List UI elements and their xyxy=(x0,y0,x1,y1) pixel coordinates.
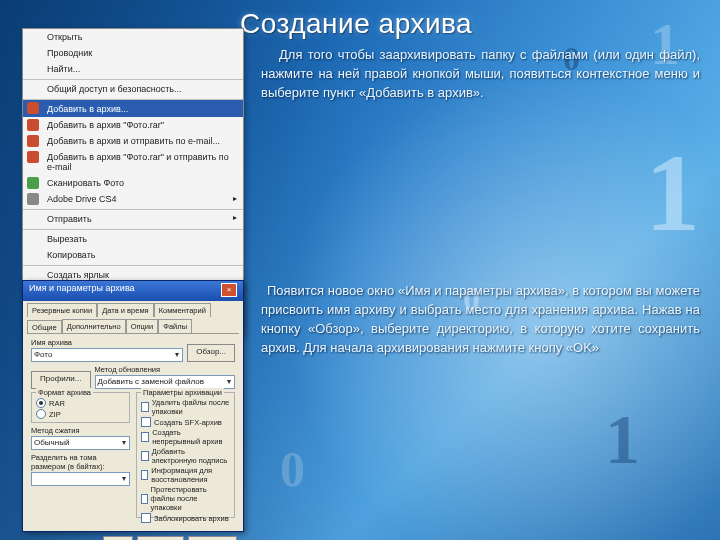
archive-icon xyxy=(27,119,39,131)
ctx-scan[interactable]: Сканировать Фото xyxy=(23,175,243,191)
close-button[interactable]: × xyxy=(221,283,237,297)
param-solid[interactable]: Создать непрерывный архив xyxy=(141,428,230,446)
ctx-adobe[interactable]: Adobe Drive CS4 xyxy=(23,191,243,207)
adobe-icon xyxy=(27,193,39,205)
checkbox-icon xyxy=(141,417,151,427)
archive-dialog: Имя и параметры архива × Резервные копии… xyxy=(22,280,244,532)
archive-name-input[interactable]: Фото xyxy=(31,348,183,362)
checkbox-icon xyxy=(141,402,149,412)
cancel-button[interactable]: Отмена xyxy=(137,536,184,540)
profiles-button[interactable]: Профили... xyxy=(31,371,91,389)
update-method-label: Метод обновления xyxy=(95,365,235,374)
ctx-add-email[interactable]: Добавить в архив и отправить по e-mail..… xyxy=(23,133,243,149)
tab-options[interactable]: Опции xyxy=(126,319,159,333)
archive-icon xyxy=(27,135,39,147)
tab-comment[interactable]: Комментарий xyxy=(154,303,211,317)
dialog-titlebar: Имя и параметры архива × xyxy=(23,281,243,301)
split-size-select[interactable] xyxy=(31,472,130,486)
compression-method-select[interactable]: Обычный xyxy=(31,436,130,450)
bg-digit: 0 xyxy=(280,440,305,498)
paragraph-2: Появится новое окно «Имя и параметры арх… xyxy=(261,282,700,357)
checkbox-icon xyxy=(141,494,148,504)
checkbox-icon xyxy=(141,432,149,442)
method-label: Метод сжатия xyxy=(31,426,130,435)
bg-digit: 1 xyxy=(605,400,640,480)
tab-general[interactable]: Общие xyxy=(27,320,62,334)
format-zip-radio[interactable]: ZIP xyxy=(36,409,125,419)
param-delete-after[interactable]: Удалить файлы после упаковки xyxy=(141,398,230,416)
tab-backup[interactable]: Резервные копии xyxy=(27,303,97,317)
param-test[interactable]: Протестировать файлы после упаковки xyxy=(141,485,230,512)
archive-name-label: Имя архива xyxy=(31,338,183,347)
ctx-share[interactable]: Общий доступ и безопасность... xyxy=(23,79,243,97)
scan-icon xyxy=(27,177,39,189)
ctx-copy[interactable]: Копировать xyxy=(23,247,243,263)
ctx-add-named-email[interactable]: Добавить в архив "Фото.rar" и отправить … xyxy=(23,149,243,175)
checkbox-icon xyxy=(141,451,149,461)
radio-icon xyxy=(36,409,46,419)
archive-icon xyxy=(27,102,39,114)
param-sfx[interactable]: Создать SFX-архив xyxy=(141,417,230,427)
checkbox-icon xyxy=(141,470,148,480)
params-group-label: Параметры архивации xyxy=(141,388,224,397)
split-label: Разделить на тома размером (в байтах): xyxy=(31,453,130,471)
ctx-cut[interactable]: Вырезать xyxy=(23,229,243,247)
radio-icon xyxy=(36,398,46,408)
help-button[interactable]: Справка xyxy=(188,536,237,540)
format-group-label: Формат архива xyxy=(36,388,93,397)
ctx-find[interactable]: Найти... xyxy=(23,61,243,77)
ok-button[interactable]: OK xyxy=(103,536,133,540)
ctx-send-to[interactable]: Отправить xyxy=(23,209,243,227)
ctx-explorer[interactable]: Проводник xyxy=(23,45,243,61)
update-method-select[interactable]: Добавить с заменой файлов xyxy=(95,375,235,389)
checkbox-icon xyxy=(141,513,151,523)
bg-digit: 1 xyxy=(645,130,700,257)
dialog-title: Имя и параметры архива xyxy=(29,283,135,299)
param-lock[interactable]: Заблокировать архив xyxy=(141,513,230,523)
ctx-add-named[interactable]: Добавить в архив "Фото.rar" xyxy=(23,117,243,133)
browse-button[interactable]: Обзор... xyxy=(187,344,235,362)
tab-datetime[interactable]: Дата и время xyxy=(97,303,154,317)
param-recovery[interactable]: Информация для восстановления xyxy=(141,466,230,484)
paragraph-1: Для того чтобы заархивировать папку с фа… xyxy=(261,46,700,103)
ctx-add-to-archive[interactable]: Добавить в архив... xyxy=(23,99,243,117)
param-auth[interactable]: Добавить электронную подпись xyxy=(141,447,230,465)
ctx-open[interactable]: Открыть xyxy=(23,29,243,45)
page-title: Создание архива xyxy=(240,8,472,40)
tab-advanced[interactable]: Дополнительно xyxy=(62,319,126,333)
archive-icon xyxy=(27,151,39,163)
format-rar-radio[interactable]: RAR xyxy=(36,398,125,408)
tab-files[interactable]: Файлы xyxy=(158,319,192,333)
